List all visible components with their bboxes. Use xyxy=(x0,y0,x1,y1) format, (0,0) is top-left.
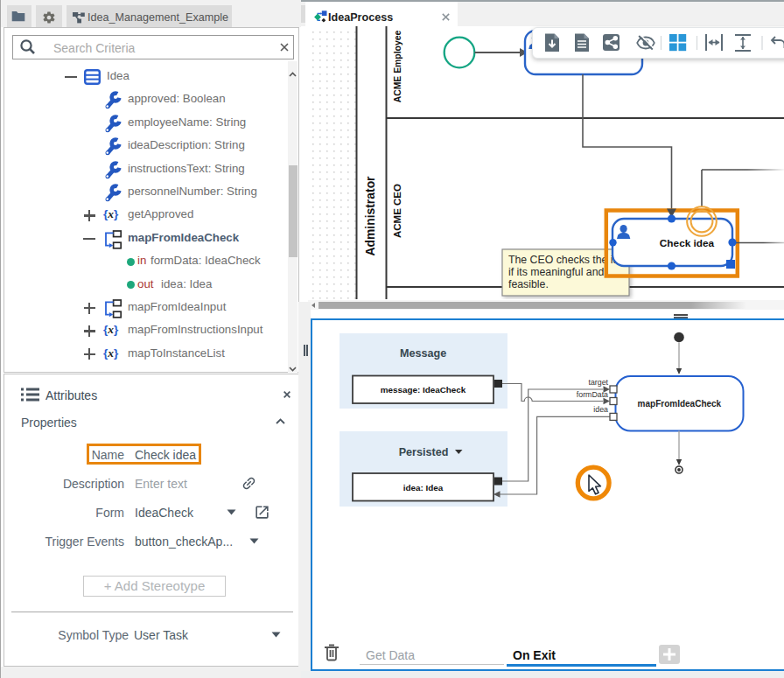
svg-text:target: target xyxy=(589,378,609,387)
svg-text:mapFromIdeaCheck: mapFromIdeaCheck xyxy=(638,399,722,409)
svg-text:Check idea: Check idea xyxy=(660,237,715,249)
svg-text:message: IdeaCheck: message: IdeaCheck xyxy=(381,385,466,395)
svg-text:if its meaningful and: if its meaningful and xyxy=(508,266,605,278)
svg-text:Administrator: Administrator xyxy=(363,176,377,256)
svg-text:Message: Message xyxy=(400,347,446,360)
svg-text:On Exit: On Exit xyxy=(513,648,556,662)
svg-text:Persisted: Persisted xyxy=(399,446,449,458)
svg-text:ACME CEO: ACME CEO xyxy=(392,184,402,238)
svg-text:idea: idea xyxy=(593,405,608,414)
svg-text:idea: Idea: idea: Idea xyxy=(403,483,444,493)
svg-text:Get Data: Get Data xyxy=(366,648,415,662)
svg-text:feasible.: feasible. xyxy=(508,278,549,290)
svg-text:ACME Employee: ACME Employee xyxy=(393,31,402,103)
svg-text:formData: formData xyxy=(577,390,608,399)
